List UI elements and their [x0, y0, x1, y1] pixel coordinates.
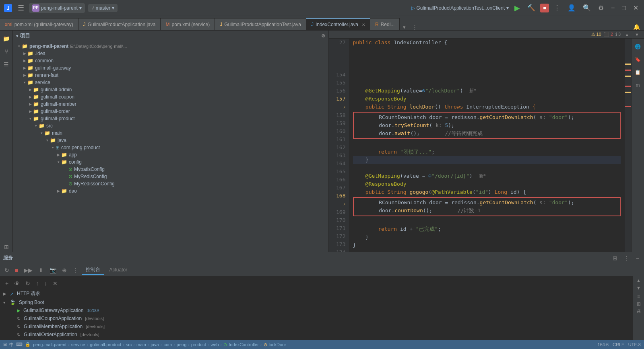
console-cog-btn[interactable]: ⊞ — [637, 301, 641, 307]
tab-overflow-btn[interactable]: ▾ — [400, 24, 409, 30]
breadcrumb-method[interactable]: lockDoor — [269, 342, 286, 347]
notification-bell[interactable]: 🔔 — [629, 24, 644, 30]
tree-mybatis-config[interactable]: ⊙ MybatisConfig — [13, 166, 328, 173]
project-header[interactable]: ▾ 项目 ⚙ — [13, 31, 328, 41]
right-icon-3[interactable]: 📋 — [633, 68, 643, 77]
tree-redis-config[interactable]: ⊙ MyRedisConfig — [13, 173, 328, 180]
services-refresh-btn[interactable]: ↻ — [23, 279, 32, 287]
sidebar-vcs-icon[interactable]: ⑂ — [2, 47, 11, 56]
breadcrumb-project[interactable]: peng-mall-parent — [33, 342, 66, 347]
tree-service[interactable]: ▾ 📁 service — [13, 79, 328, 86]
console-print-btn[interactable]: 🖨 — [636, 308, 641, 314]
tree-app[interactable]: ▶ 📁 app — [13, 151, 328, 158]
tab-index-controller[interactable]: J IndexController.java ✕ — [306, 18, 370, 30]
services-delete-btn[interactable]: ✕ — [51, 279, 60, 287]
console-wrap-btn[interactable]: ≡ — [637, 294, 640, 300]
service-spring-group[interactable]: ▾ 🍃 Spring Boot — [0, 298, 173, 306]
panel-tab-console[interactable]: 控制台 — [82, 265, 104, 275]
status-icon-1[interactable]: ⊞ — [3, 342, 7, 348]
panel-tab-actuator[interactable]: Actuator — [105, 266, 131, 275]
tree-redisson-config[interactable]: ⊙ MyRedissonConfig — [13, 180, 328, 187]
tool-rerun-btn[interactable]: ▶▶ — [22, 266, 35, 274]
tab-pom-gateway[interactable]: xml pom.xml (gulimall-gateway) — [0, 18, 78, 30]
breadcrumb-com[interactable]: com — [163, 342, 172, 347]
tool-more-btn[interactable]: ⋮ — [70, 266, 80, 274]
settings-button[interactable]: ⚙ — [596, 2, 606, 13]
panel-menu-btn[interactable]: ⋮ — [622, 254, 631, 262]
tab-close-icon[interactable]: ✕ — [362, 23, 365, 27]
breadcrumb-peng[interactable]: peng — [177, 342, 186, 347]
tree-order[interactable]: ▶ 📁 gulimall-order — [13, 108, 328, 115]
more-menu-button[interactable]: ⋮ — [551, 2, 563, 13]
sidebar-bottom-icon[interactable]: ⊞ — [2, 242, 11, 252]
tree-product[interactable]: ▾ 📁 gulimall-product — [13, 115, 328, 122]
tree-coupon[interactable]: ▶ 📁 gulimall-coupon — [13, 93, 328, 101]
stop-button[interactable]: ■ — [540, 4, 549, 12]
hamburger-icon[interactable]: ☰ — [16, 2, 26, 14]
service-member[interactable]: ↻ GulimallMemberApplication [devtools] — [0, 322, 173, 331]
tab-gulimall-app[interactable]: J GulimallProductApplication.java — [78, 18, 161, 30]
panel-expand-btn[interactable]: ⊞ — [611, 254, 619, 262]
tree-main[interactable]: ▾ 📁 main — [13, 129, 328, 137]
tree-admin[interactable]: ▶ 📁 gulimall-admin — [13, 86, 328, 93]
service-coupon[interactable]: ↻ GulimallCouponApplication [devtools] — [0, 314, 173, 322]
next-error-btn[interactable]: ▼ — [633, 32, 641, 37]
tree-src[interactable]: ▾ 📁 src — [13, 122, 328, 129]
breadcrumb-java[interactable]: java — [151, 342, 159, 347]
tree-dao[interactable]: ▶ 📁 dao — [13, 187, 328, 195]
branch-selector[interactable]: ⑂ master ▾ — [88, 4, 118, 12]
breadcrumb-module[interactable]: gulimall-product — [90, 342, 121, 347]
breadcrumb-src[interactable]: src — [126, 342, 132, 347]
tool-suspend-btn[interactable]: ⏸ — [36, 266, 46, 274]
tree-common[interactable]: ▶ 📁 common — [13, 57, 328, 64]
tab-more-btn[interactable]: ⋮ — [409, 24, 421, 30]
status-icon-4[interactable]: 🔒 — [25, 342, 31, 348]
right-icon-1[interactable]: 🌐 — [633, 42, 643, 51]
close-button[interactable]: ✕ — [631, 2, 641, 13]
tool-refresh-btn[interactable]: ↻ — [2, 266, 11, 274]
tab-pom-service[interactable]: M pom.xml (service) — [161, 18, 215, 30]
tree-idea[interactable]: ▶ 📁 .idea — [13, 50, 328, 57]
tab-app-test[interactable]: J GulimallProductApplicationTest.java — [215, 18, 306, 30]
status-icon-2[interactable]: 中 — [9, 342, 14, 348]
charset[interactable]: UTF-8 — [628, 342, 641, 347]
services-add-btn[interactable]: + — [3, 279, 10, 287]
right-icon-2[interactable]: 🔖 — [633, 55, 643, 64]
line-ending[interactable]: CRLF — [613, 342, 624, 347]
tab-redis[interactable]: R Redi... — [370, 18, 400, 30]
breadcrumb-main[interactable]: main — [136, 342, 146, 347]
services-eye-btn[interactable]: 👁 — [12, 279, 22, 287]
maximize-button[interactable]: □ — [619, 3, 628, 13]
project-header-menu[interactable]: ⚙ — [321, 33, 325, 39]
tree-config[interactable]: ▾ 📁 config — [13, 158, 328, 166]
console-scroll-bottom[interactable]: ▼ — [636, 285, 641, 291]
tree-renren[interactable]: ▶ 📁 renren-fast — [13, 72, 328, 79]
breadcrumb-controller[interactable]: IndexController — [229, 342, 259, 347]
sidebar-structure-icon[interactable]: ☰ — [2, 60, 11, 69]
code-editor[interactable]: public class IndexController { @GetMappi… — [349, 39, 625, 252]
profile-button[interactable]: 👤 — [565, 2, 578, 13]
cursor-position[interactable]: 164:6 — [598, 342, 609, 347]
services-up-btn[interactable]: ↑ — [34, 279, 41, 287]
project-selector[interactable]: PP peng-mall-parent ▾ — [29, 3, 85, 13]
build-button[interactable]: 🔨 — [525, 2, 538, 13]
console-scroll-top[interactable]: ▲ — [636, 278, 641, 283]
search-button[interactable]: 🔍 — [580, 2, 593, 13]
tool-snapshot-btn[interactable]: 📷 — [47, 266, 58, 274]
sidebar-project-icon[interactable]: 📁 — [2, 34, 11, 43]
right-icon-4[interactable]: m — [633, 80, 643, 90]
service-gateway[interactable]: ▶ GulimallGatewayApplication :8200/ — [0, 306, 173, 314]
minimize-button[interactable]: − — [609, 3, 617, 13]
tree-gateway[interactable]: ▶ 📁 gulimall-gateway — [13, 64, 328, 72]
tree-member[interactable]: ▶ 📁 gulimall-member — [13, 101, 328, 108]
tree-root[interactable]: ▾ 📁 peng-mall-parent E:\Data\gitCode\pen… — [13, 43, 328, 50]
run-button[interactable]: ▶ — [512, 2, 522, 14]
tree-java[interactable]: ▾ 📁 java — [13, 137, 328, 144]
breadcrumb-service[interactable]: service — [71, 342, 85, 347]
tool-stop-btn[interactable]: ■ — [13, 266, 20, 274]
status-icon-3[interactable]: ⌨ — [16, 342, 23, 348]
run-config[interactable]: ▷ GulimallProductApplicationTest...onCli… — [411, 5, 509, 11]
panel-close-btn[interactable]: − — [634, 254, 641, 262]
breadcrumb-product[interactable]: product — [191, 342, 206, 347]
services-down-btn[interactable]: ↓ — [42, 279, 49, 287]
